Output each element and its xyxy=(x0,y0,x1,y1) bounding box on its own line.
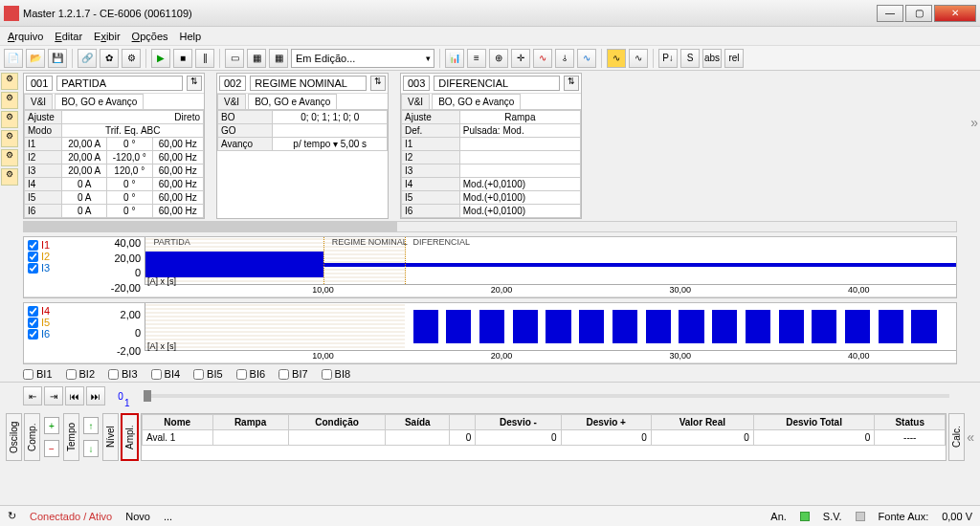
app-icon xyxy=(4,6,19,21)
panel-001-opt[interactable]: ⇅ xyxy=(187,76,202,91)
menu-arquivo[interactable]: Arquivo xyxy=(8,31,43,42)
down-button[interactable]: ↓ xyxy=(83,440,99,457)
status-novo: Novo xyxy=(125,511,150,522)
wave3-icon[interactable]: ∿ xyxy=(577,49,596,68)
sine-icon[interactable]: ∿ xyxy=(607,49,626,68)
stop-icon[interactable]: ■ xyxy=(173,49,192,68)
panel-003-tab-vi[interactable]: V&I xyxy=(401,94,430,109)
bi1[interactable]: BI1 xyxy=(23,368,53,380)
chk-i4[interactable]: I4 xyxy=(28,305,106,317)
link-icon[interactable]: 🔗 xyxy=(78,49,97,68)
chart1-plot[interactable]: PARTIDA REGIME NOMINAL DIFERENCIAL [A] x… xyxy=(145,237,956,285)
abs-icon[interactable]: abs xyxy=(702,49,722,68)
menu-exibir[interactable]: Exibir xyxy=(94,31,121,42)
target-icon[interactable]: ⊕ xyxy=(489,49,508,68)
time-slider[interactable] xyxy=(144,394,949,398)
open-icon[interactable]: 📂 xyxy=(26,49,45,68)
refresh-icon[interactable]: ↻ xyxy=(8,510,16,522)
status-bar: ↻ Conectado / Ativo Novo ... An. S.V. Fo… xyxy=(0,505,980,526)
sine2-icon[interactable]: ∿ xyxy=(629,49,648,68)
gear-icon[interactable]: ⚙ xyxy=(122,49,141,68)
chart1-yaxis: 40,00 20,00 0 -20,00 xyxy=(110,237,143,296)
bi6[interactable]: BI6 xyxy=(236,368,266,380)
chk-i1[interactable]: I1 xyxy=(28,239,106,251)
slider-btn-3[interactable]: ⏮ xyxy=(65,386,84,405)
wave2-icon[interactable]: ⫰ xyxy=(555,49,574,68)
grid2-icon[interactable]: ▦ xyxy=(269,49,288,68)
panel-001-name[interactable]: PARTIDA xyxy=(56,76,183,91)
minimize-button[interactable]: — xyxy=(877,5,903,22)
slider-btn-2[interactable]: ⇥ xyxy=(44,386,63,405)
panel-002-name[interactable]: REGIME NOMINAL xyxy=(250,76,367,91)
grid1-icon[interactable]: ▦ xyxy=(247,49,266,68)
right-collapse-icon[interactable]: » xyxy=(970,115,978,130)
side-btn-6[interactable]: ⚙ xyxy=(1,168,18,186)
s-box-icon[interactable]: S xyxy=(680,49,700,68)
up-button[interactable]: ↑ xyxy=(83,417,99,434)
bi3[interactable]: BI3 xyxy=(108,368,138,380)
panel-003-name[interactable]: DIFERENCIAL xyxy=(434,76,560,91)
vtab-oscilog[interactable]: Oscilog xyxy=(6,413,22,461)
mode-select[interactable]: Em Edição... xyxy=(291,49,434,68)
panel-001-tab-vi[interactable]: V&I xyxy=(24,94,53,109)
side-btn-1[interactable]: ⚙ xyxy=(1,73,18,90)
chk-i5[interactable]: I5 xyxy=(28,317,106,328)
p-icon[interactable]: P↓ xyxy=(658,49,678,68)
panel-002-tab-vi[interactable]: V&I xyxy=(217,94,246,109)
menu-opcoes[interactable]: Opções xyxy=(132,31,168,42)
chart2-xaxis: 10,00 20,00 30,00 40,00 xyxy=(145,351,956,362)
bi7[interactable]: BI7 xyxy=(278,368,308,380)
save-icon[interactable]: 💾 xyxy=(48,49,67,68)
menu-editar[interactable]: Editar xyxy=(55,31,82,42)
chart-icon[interactable]: 📊 xyxy=(445,49,464,68)
window-icon[interactable]: ▭ xyxy=(225,49,244,68)
star-icon[interactable]: ✿ xyxy=(100,49,119,68)
cross-icon[interactable]: ✛ xyxy=(511,49,530,68)
bi5[interactable]: BI5 xyxy=(193,368,223,380)
panel-003-tab-bo[interactable]: BO, GO e Avanço xyxy=(432,94,521,109)
side-btn-4[interactable]: ⚙ xyxy=(1,130,18,147)
eval-row[interactable]: Aval. 1 0 0 0 0 0 ---- xyxy=(143,430,946,446)
wave1-icon[interactable]: ∿ xyxy=(533,49,552,68)
bi4[interactable]: BI4 xyxy=(151,368,181,380)
remove-button[interactable]: − xyxy=(44,440,59,457)
vtab-nivel[interactable]: Nível xyxy=(102,413,119,461)
close-button[interactable]: ✕ xyxy=(934,5,976,22)
bi8[interactable]: BI8 xyxy=(322,368,351,380)
pause-icon[interactable]: ‖ xyxy=(195,49,214,68)
panel-002-grid: BO0; 0; 1; 1; 0; 0 GO Avançop/ tempo ▾ 5… xyxy=(217,110,388,151)
vtab-calc[interactable]: Calc. xyxy=(948,413,965,461)
vtab-comp[interactable]: Comp. xyxy=(24,413,40,461)
vtab-tempo[interactable]: Tempo xyxy=(63,413,79,461)
panels-hscroll[interactable] xyxy=(23,221,957,232)
chk-i3[interactable]: I3 xyxy=(28,262,106,274)
toolbar: 📄 📂 💾 🔗 ✿ ⚙ ▶ ■ ‖ ▭ ▦ ▦ Em Edição... 📊 ≡… xyxy=(0,46,980,71)
bi2[interactable]: BI2 xyxy=(66,368,96,380)
status-connection: Conectado / Ativo xyxy=(30,511,112,522)
maximize-button[interactable]: ▢ xyxy=(905,5,932,22)
side-btn-3[interactable]: ⚙ xyxy=(1,111,18,128)
panel-002-opt[interactable]: ⇅ xyxy=(370,76,386,91)
eval-area: Oscilog Comp. + − Tempo ↑ ↓ Nível Ampl. … xyxy=(0,409,980,465)
chart2-plot[interactable]: [A] x [s] xyxy=(145,303,956,351)
status-an: An. xyxy=(770,511,787,522)
rel-icon[interactable]: rel xyxy=(724,49,744,68)
slider-btn-4[interactable]: ⏭ xyxy=(86,386,105,405)
panel-001-tab-bo[interactable]: BO, GO e Avanço xyxy=(55,94,144,109)
panel-003-opt[interactable]: ⇅ xyxy=(564,76,579,91)
side-btn-2[interactable]: ⚙ xyxy=(1,92,18,109)
panel-001-num: 001 xyxy=(26,76,53,91)
panel-002-tab-bo[interactable]: BO, GO e Avanço xyxy=(248,94,337,109)
eval-collapse-icon[interactable]: « xyxy=(967,429,974,445)
new-icon[interactable]: 📄 xyxy=(4,49,23,68)
play-icon[interactable]: ▶ xyxy=(151,49,170,68)
chk-i6[interactable]: I6 xyxy=(28,328,106,340)
menu-help[interactable]: Help xyxy=(180,31,202,42)
side-btn-5[interactable]: ⚙ xyxy=(1,149,18,166)
slider-btn-1[interactable]: ⇤ xyxy=(23,386,42,405)
vtab-ampl[interactable]: Ampl. xyxy=(121,413,139,461)
chart2-yaxis: 2,00 0 -2,00 xyxy=(110,303,143,362)
add-button[interactable]: + xyxy=(44,417,59,434)
bars-icon[interactable]: ≡ xyxy=(467,49,486,68)
chk-i2[interactable]: I2 xyxy=(28,251,106,262)
